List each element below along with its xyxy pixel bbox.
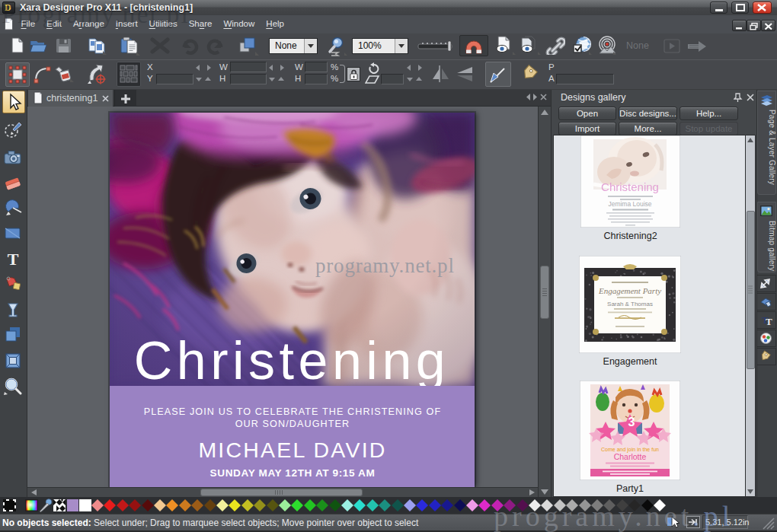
svg-text:T: T <box>8 250 19 269</box>
svg-text:Christening: Christening <box>601 180 659 193</box>
svg-text:Charlotte: Charlotte <box>614 452 647 461</box>
svg-text:Sarah & Thomas: Sarah & Thomas <box>607 301 653 307</box>
svg-text:PLEASE JOIN US TO CELEBRATE TH: PLEASE JOIN US TO CELEBRATE THE CHRISTEN… <box>144 406 441 417</box>
svg-text:MICHAEL DAVID: MICHAEL DAVID <box>198 438 386 462</box>
svg-text:Christening: Christening <box>134 331 450 390</box>
svg-text:OUR SON/DAUGHTER: OUR SON/DAUGHTER <box>235 419 350 429</box>
svg-text:SUNDAY MAY 12TH AT 9:15 AM: SUNDAY MAY 12TH AT 9:15 AM <box>210 467 376 479</box>
svg-text:Engagement Party: Engagement Party <box>598 286 661 295</box>
svg-text:T: T <box>766 316 772 327</box>
svg-text:Jemima Louise: Jemima Louise <box>608 200 651 208</box>
svg-text:3: 3 <box>628 416 635 428</box>
